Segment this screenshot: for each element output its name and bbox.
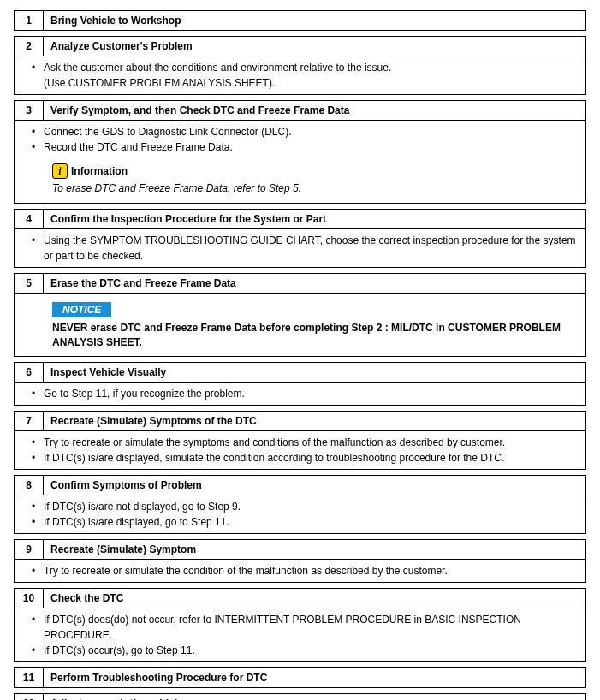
notice-block: NOTICENEVER erase DTC and Freeze Frame D…	[52, 302, 579, 350]
step-bullet: If DTC(s) occur(s), go to Step 11.	[32, 643, 579, 658]
step-bullet: If DTC(s) does(do) not occur, refer to I…	[32, 612, 579, 643]
step-body: Try to recreate or simulate the symptoms…	[14, 431, 586, 470]
step-title: Perform Troubleshooting Procedure for DT…	[44, 668, 585, 687]
step-number: 11	[15, 668, 44, 687]
step-header-row: 11Perform Troubleshooting Procedure for …	[14, 667, 586, 688]
step-bullet: Try to recreate or simulate the symptoms…	[32, 435, 579, 450]
step-number: 6	[15, 363, 44, 382]
step-number: 3	[15, 101, 44, 120]
step-body: NOTICENEVER erase DTC and Freeze Frame D…	[14, 294, 586, 358]
step-header-row: 12Adjust or repair the vehicle	[14, 693, 586, 700]
step-bullet: Using the SYMPTOM TROUBLESHOOTING GUIDE …	[32, 233, 579, 264]
step-body: Go to Step 11, if you recognize the prob…	[14, 383, 586, 406]
step-header-row: 4Confirm the Inspection Procedure for th…	[14, 209, 586, 229]
info-text: To erase DTC and Freeze Frame Data, refe…	[52, 181, 579, 196]
step-number: 5	[15, 274, 44, 293]
step-number: 10	[15, 589, 44, 608]
step-number: 7	[15, 412, 44, 430]
step-body: Using the SYMPTOM TROUBLESHOOTING GUIDE …	[14, 229, 586, 268]
notice-badge: NOTICE	[52, 302, 111, 317]
step-header-row: 10Check the DTC	[14, 588, 586, 608]
step-bullet: Record the DTC and Freeze Frame Data.	[32, 139, 579, 155]
step-header-row: 8Confirm Symptoms of Problem	[14, 475, 586, 495]
step-header-row: 7Recreate (Simulate) Symptoms of the DTC	[14, 411, 586, 431]
info-icon: i	[52, 163, 68, 179]
step-title: Verify Symptom, and then Check DTC and F…	[44, 101, 585, 120]
step-bullet: If DTC(s) is/are not displayed, go to St…	[32, 499, 579, 514]
step-bullet: If DTC(s) is/are displayed, go to Step 1…	[32, 514, 579, 530]
step-title: Confirm Symptoms of Problem	[44, 476, 585, 495]
step-title: Recreate (Simulate) Symptom	[44, 540, 585, 559]
step-title: Inspect Vehicle Visually	[44, 363, 585, 382]
step-title: Bring Vehicle to Workshop	[44, 11, 585, 30]
step-bullet: Try to recreate or simulate the conditio…	[32, 563, 579, 578]
step-title: Recreate (Simulate) Symptoms of the DTC	[44, 412, 585, 430]
step-body: Connect the GDS to Diagnostic Link Conne…	[14, 121, 586, 204]
info-label: Information	[71, 165, 128, 177]
step-header-row: 1Bring Vehicle to Workshop	[14, 10, 586, 31]
step-title: Confirm the Inspection Procedure for the…	[44, 210, 585, 228]
step-body: Ask the customer about the conditions an…	[14, 56, 586, 95]
step-header-row: 5Erase the DTC and Freeze Frame Data	[14, 273, 586, 294]
step-number: 4	[15, 210, 44, 228]
step-title: Analyze Customer's Problem	[44, 37, 585, 56]
step-extra-text: (Use CUSTOMER PROBLEM ANALYSIS SHEET).	[32, 75, 579, 91]
step-title: Erase the DTC and Freeze Frame Data	[44, 274, 585, 293]
step-number: 9	[15, 540, 44, 559]
step-header-row: 3Verify Symptom, and then Check DTC and …	[14, 100, 586, 121]
step-bullet: Ask the customer about the conditions an…	[32, 60, 579, 75]
step-bullet: Connect the GDS to Diagnostic Link Conne…	[32, 124, 579, 139]
step-body: If DTC(s) is/are not displayed, go to St…	[14, 495, 586, 534]
step-header-row: 6Inspect Vehicle Visually	[14, 362, 586, 383]
step-header-row: 9Recreate (Simulate) Symptom	[14, 539, 586, 560]
step-number: 12	[15, 694, 44, 700]
step-bullet: Go to Step 11, if you recognize the prob…	[32, 386, 579, 401]
step-number: 8	[15, 476, 44, 495]
information-block: iInformationTo erase DTC and Freeze Fram…	[52, 163, 579, 196]
step-bullet: If DTC(s) is/are displayed, simulate the…	[32, 450, 579, 466]
step-header-row: 2Analyze Customer's Problem	[14, 36, 586, 56]
step-body: If DTC(s) does(do) not occur, refer to I…	[14, 608, 586, 662]
step-number: 1	[15, 11, 44, 30]
step-title: Check the DTC	[44, 589, 585, 608]
step-title: Adjust or repair the vehicle	[44, 694, 585, 700]
step-number: 2	[15, 37, 44, 56]
notice-text: NEVER erase DTC and Freeze Frame Data be…	[52, 321, 579, 350]
step-body: Try to recreate or simulate the conditio…	[14, 560, 586, 583]
